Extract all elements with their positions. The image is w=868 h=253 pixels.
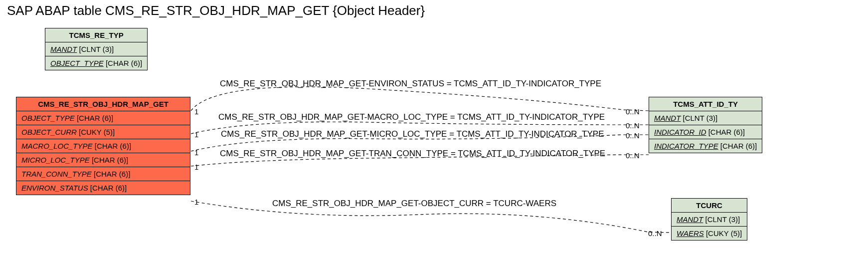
relation-label: CMS_RE_STR_OBJ_HDR_MAP_GET-MACRO_LOC_TYP… [218,112,605,122]
field-type: [CHAR (6)] [94,170,130,178]
field-type: [CLNT (3)] [705,215,740,224]
cardinality-left: 1 [194,163,198,171]
entity-header: TCMS_ATT_ID_TY [649,97,762,111]
field-name: OBJECT_CURR [21,128,77,136]
entity-tcms-re-typ: TCMS_RE_TYP MANDT [CLNT (3)] OBJECT_TYPE… [45,28,148,70]
field-name: MANDT [677,215,703,224]
entity-main: CMS_RE_STR_OBJ_HDR_MAP_GET OBJECT_TYPE [… [16,97,190,195]
entity-header: TCURC [672,199,747,213]
cardinality-left: 1 [194,148,198,157]
entity-field: OBJECT_TYPE [CHAR (6)] [16,111,190,125]
field-name: MACRO_LOC_TYPE [21,142,93,150]
entity-header: CMS_RE_STR_OBJ_HDR_MAP_GET [16,97,190,111]
field-type: [CHAR (6)] [708,128,745,136]
cardinality-right: 0..N [626,131,640,140]
entity-field: MICRO_LOC_TYPE [CHAR (6)] [16,153,190,167]
field-type: [CHAR (6)] [92,156,128,164]
field-type: [CUKY (5)] [706,229,742,238]
field-name: INDICATOR_ID [654,128,706,136]
entity-field: MANDT [CLNT (3)] [649,111,762,125]
entity-tcurc: TCURC MANDT [CLNT (3)] WAERS [CUKY (5)] [671,198,747,241]
field-type: [CUKY (5)] [79,128,115,136]
cardinality-right: 0..N [626,107,640,116]
entity-field: MACRO_LOC_TYPE [CHAR (6)] [16,139,190,153]
entity-field: WAERS [CUKY (5)] [672,227,747,240]
field-name: MANDT [654,114,681,122]
field-type: [CLNT (3)] [79,45,114,53]
relation-label: CMS_RE_STR_OBJ_HDR_MAP_GET-TRAN_CONN_TYP… [220,149,605,159]
entity-field: INDICATOR_TYPE [CHAR (6)] [649,139,762,153]
field-name: MICRO_LOC_TYPE [21,156,90,164]
cardinality-right: 0..N [648,229,662,238]
entity-tcms-att-id-ty: TCMS_ATT_ID_TY MANDT [CLNT (3)] INDICATO… [649,97,762,153]
cardinality-right: 0..N [626,121,640,130]
page-title: SAP ABAP table CMS_RE_STR_OBJ_HDR_MAP_GE… [7,3,425,18]
field-name: ENVIRON_STATUS [21,184,88,192]
field-type: [CHAR (6)] [95,142,131,150]
field-name: WAERS [677,229,704,238]
entity-field: MANDT [CLNT (3)] [45,42,147,56]
entity-field: OBJECT_TYPE [CHAR (6)] [45,56,147,70]
field-name: TRAN_CONN_TYPE [21,170,92,178]
entity-field: TRAN_CONN_TYPE [CHAR (6)] [16,167,190,181]
field-type: [CHAR (6)] [77,114,113,122]
cardinality-left: 1 [194,130,198,139]
field-name: INDICATOR_TYPE [654,142,718,150]
entity-field: INDICATOR_ID [CHAR (6)] [649,125,762,139]
entity-field: MANDT [CLNT (3)] [672,213,747,227]
field-type: [CHAR (6)] [106,59,142,67]
relation-label: CMS_RE_STR_OBJ_HDR_MAP_GET-MICRO_LOC_TYP… [221,129,604,139]
relation-label: CMS_RE_STR_OBJ_HDR_MAP_GET-ENVIRON_STATU… [220,79,601,89]
entity-header: TCMS_RE_TYP [45,28,147,42]
entity-field: OBJECT_CURR [CUKY (5)] [16,125,190,139]
cardinality-left: 1 [194,107,198,116]
field-type: [CLNT (3)] [683,114,718,122]
cardinality-left: 1 [194,198,198,206]
field-type: [CHAR (6)] [720,142,757,150]
field-name: MANDT [50,45,77,53]
relation-label: CMS_RE_STR_OBJ_HDR_MAP_GET-OBJECT_CURR =… [272,199,556,209]
field-name: OBJECT_TYPE [50,59,104,67]
field-type: [CHAR (6)] [90,184,127,192]
entity-field: ENVIRON_STATUS [CHAR (6)] [16,181,190,195]
field-name: OBJECT_TYPE [21,114,75,122]
cardinality-right: 0..N [626,151,640,160]
